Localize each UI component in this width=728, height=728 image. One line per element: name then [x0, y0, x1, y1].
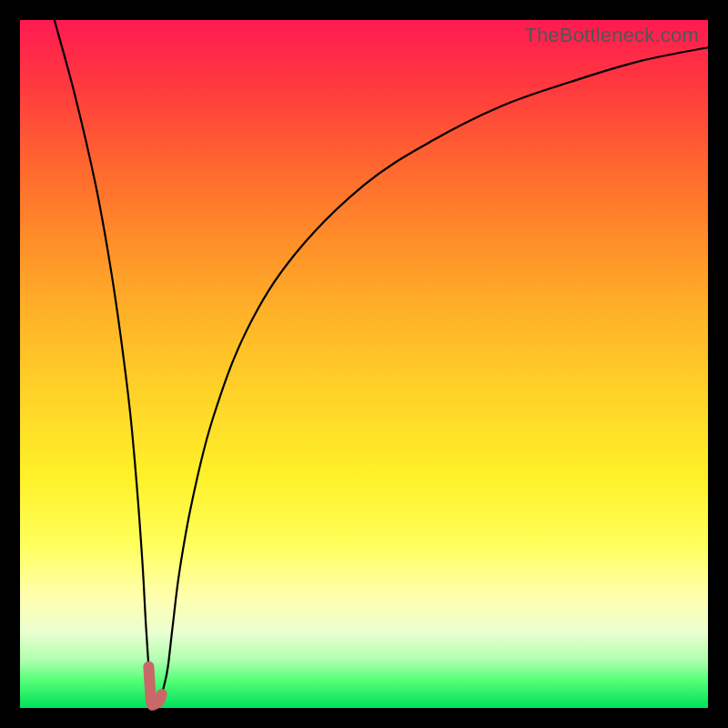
- bottleneck-curve-svg: [20, 20, 708, 708]
- bottleneck-curve: [55, 20, 708, 705]
- curve-minimum-highlight: [148, 667, 161, 705]
- plot-area: TheBottleneck.com: [20, 20, 708, 708]
- chart-frame: TheBottleneck.com: [0, 0, 728, 728]
